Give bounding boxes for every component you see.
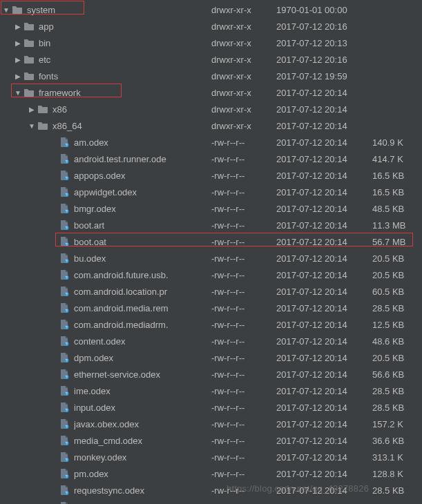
- row-name: boot.art: [74, 220, 108, 231]
- row-permissions: -rw-r--r--: [211, 502, 274, 505]
- row-date: 2017-07-12 20:14: [276, 485, 373, 496]
- tree-row[interactable]: ▼ x86_64drwxr-xr-x2017-07-12 20:14: [0, 117, 422, 134]
- chevron-right-icon[interactable]: ▶: [14, 72, 22, 80]
- tree-row[interactable]: ? javax.obex.odex-rw-r--r--2017-07-12 20…: [0, 416, 422, 432]
- chevron-down-icon[interactable]: ▼: [2, 6, 10, 14]
- row-permissions: -rw-r--r--: [211, 220, 274, 231]
- tree-row[interactable]: ? com.android.location.pr-rw-r--r--2017-…: [0, 283, 422, 300]
- tree-row[interactable]: ? bmgr.odex-rw-r--r--2017-07-12 20:1448.…: [0, 200, 422, 217]
- row-name: monkey.odex: [74, 452, 131, 463]
- tree-row[interactable]: ? appops.odex-rw-r--r--2017-07-12 20:141…: [0, 167, 422, 184]
- tree-row[interactable]: ? pm.odex-rw-r--r--2017-07-12 20:14128.8…: [0, 465, 422, 482]
- row-date: 2017-07-12 20:14: [276, 237, 373, 247]
- tree-row[interactable]: ? ethernet-service.odex-rw-r--r--2017-07…: [0, 366, 422, 382]
- chevron-down-icon[interactable]: ▼: [14, 89, 22, 97]
- file-tree[interactable]: ▼ systemdrwxr-xr-x1970-01-01 00:00▶ appd…: [0, 0, 422, 504]
- tree-row[interactable]: ? am.odex-rw-r--r--2017-07-12 20:14140.9…: [0, 134, 422, 151]
- row-date: 2017-07-12 19:59: [276, 71, 373, 81]
- row-size: 56.6 KB: [372, 369, 421, 380]
- tree-row[interactable]: ? monkey.odex-rw-r--r--2017-07-12 20:143…: [0, 449, 422, 465]
- svg-text:?: ?: [66, 425, 68, 429]
- row-size: 313.1 K: [372, 452, 421, 463]
- row-size: 36.6 KB: [372, 436, 421, 446]
- file-icon: ?: [59, 153, 70, 164]
- indent: [0, 490, 49, 491]
- svg-text:?: ?: [66, 325, 68, 329]
- tree-row[interactable]: ? media_cmd.odex-rw-r--r--2017-07-12 20:…: [0, 432, 422, 449]
- svg-text:?: ?: [66, 209, 68, 213]
- row-size: 56.7 MB: [372, 237, 421, 247]
- row-date: 2017-07-12 20:14: [276, 204, 373, 214]
- tree-row[interactable]: ▼ frameworkdrwxr-xr-x2017-07-12 20:14: [0, 84, 422, 101]
- tree-row[interactable]: ▼ systemdrwxr-xr-x1970-01-01 00:00: [0, 1, 422, 18]
- chevron-right-icon[interactable]: ▶: [14, 39, 22, 47]
- file-icon: ?: [59, 485, 70, 496]
- tree-row[interactable]: ? android.test.runner.ode-rw-r--r--2017-…: [0, 151, 422, 167]
- svg-text:?: ?: [66, 309, 68, 313]
- row-name: bu.odex: [74, 253, 110, 264]
- tree-row[interactable]: ? bu.odex-rw-r--r--2017-07-12 20:1420.5 …: [0, 250, 422, 266]
- indent: [0, 424, 49, 425]
- svg-text:?: ?: [66, 391, 68, 396]
- row-name: pm.odex: [74, 469, 113, 479]
- tree-row[interactable]: ? requestsync.odex-rw-r--r--2017-07-12 2…: [0, 482, 422, 498]
- indent: [0, 242, 49, 242]
- tree-row[interactable]: ▶ bindrwxr-xr-x2017-07-12 20:13: [0, 35, 422, 51]
- file-icon: ?: [59, 402, 70, 413]
- row-permissions: drwxr-xr-x: [211, 88, 274, 98]
- indent: [0, 358, 49, 358]
- row-permissions: -rw-r--r--: [211, 270, 274, 280]
- svg-text:?: ?: [66, 259, 68, 263]
- row-permissions: drwxr-xr-x: [211, 71, 274, 81]
- tree-row[interactable]: ▶ fontsdrwxr-xr-x2017-07-12 19:59: [0, 68, 422, 84]
- row-size: 157.2 K: [372, 419, 421, 429]
- tree-row[interactable]: ? dpm.odex-rw-r--r--2017-07-12 20:1420.5…: [0, 349, 422, 366]
- tree-row[interactable]: ? boot.oat-rw-r--r--2017-07-12 20:1456.7…: [0, 233, 422, 250]
- folder-icon: [37, 120, 48, 131]
- chevron-right-icon[interactable]: ▶: [14, 23, 22, 30]
- file-icon: ?: [59, 435, 70, 446]
- svg-text:?: ?: [66, 491, 68, 495]
- indent: [0, 26, 14, 27]
- row-date: 2017-07-12 20:14: [276, 403, 373, 413]
- chevron-right-icon[interactable]: ▶: [28, 106, 36, 113]
- chevron-down-icon[interactable]: ▼: [28, 122, 36, 130]
- tree-row[interactable]: ? com.android.media.rem-rw-r--r--2017-07…: [0, 300, 422, 316]
- file-icon: ?: [59, 170, 70, 181]
- tree-row[interactable]: ? content.odex-rw-r--r--2017-07-12 20:14…: [0, 333, 422, 349]
- svg-text:?: ?: [66, 275, 68, 280]
- tree-row[interactable]: ? services.odex-rw-r--r--2017-07-12 20:1…: [0, 498, 422, 504]
- indent: [0, 275, 49, 275]
- file-icon: ?: [59, 236, 70, 247]
- tree-row[interactable]: ? com.android.mediadrm.-rw-r--r--2017-07…: [0, 316, 422, 333]
- row-permissions: -rw-r--r--: [211, 369, 274, 380]
- tree-row[interactable]: ? boot.art-rw-r--r--2017-07-12 20:1411.3…: [0, 217, 422, 233]
- indent: [0, 440, 49, 441]
- row-size: 28.5 KB: [372, 485, 421, 496]
- chevron-right-icon[interactable]: ▶: [14, 56, 22, 64]
- row-name: media_cmd.odex: [74, 436, 146, 446]
- file-icon: ?: [59, 186, 70, 197]
- row-date: 2017-07-12 20:14: [276, 287, 373, 297]
- row-permissions: drwxr-xr-x: [211, 55, 274, 65]
- tree-row[interactable]: ? com.android.future.usb.-rw-r--r--2017-…: [0, 266, 422, 283]
- folder-icon: [37, 104, 48, 115]
- tree-row[interactable]: ▶ x86drwxr-xr-x2017-07-12 20:14: [0, 101, 422, 117]
- svg-text:?: ?: [66, 193, 68, 197]
- svg-text:?: ?: [66, 143, 68, 147]
- file-icon: ?: [59, 336, 70, 347]
- tree-row[interactable]: ? ime.odex-rw-r--r--2017-07-12 20:1428.5…: [0, 382, 422, 399]
- tree-row[interactable]: ▶ etcdrwxr-xr-x2017-07-12 20:16: [0, 51, 422, 68]
- svg-text:?: ?: [66, 226, 68, 230]
- row-size: 12.9 MB: [372, 502, 421, 505]
- tree-row[interactable]: ▶ appdrwxr-xr-x2017-07-12 20:16: [0, 18, 422, 35]
- tree-row[interactable]: ? appwidget.odex-rw-r--r--2017-07-12 20:…: [0, 184, 422, 200]
- tree-row[interactable]: ? input.odex-rw-r--r--2017-07-12 20:1428…: [0, 399, 422, 416]
- svg-text:?: ?: [66, 474, 68, 478]
- row-size: 414.7 K: [372, 154, 421, 164]
- row-name: ime.odex: [74, 386, 115, 396]
- folder-icon: [23, 70, 35, 81]
- indent: [0, 374, 49, 375]
- svg-text:?: ?: [66, 342, 68, 346]
- row-date: 2017-07-12 20:14: [276, 137, 373, 148]
